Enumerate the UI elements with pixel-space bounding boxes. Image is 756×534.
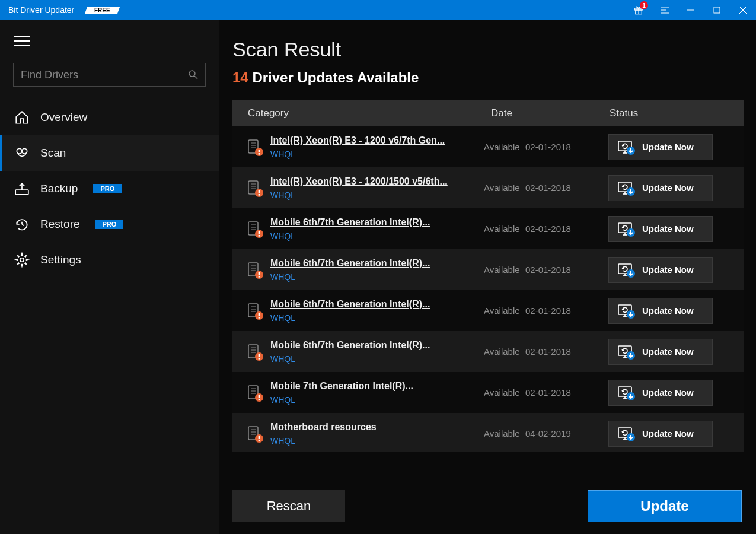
update-now-button[interactable]: Update Now xyxy=(608,175,713,201)
driver-name[interactable]: Intel(R) Xeon(R) E3 - 1200/1500 v5/6th..… xyxy=(270,176,460,187)
sidebar-item-settings[interactable]: Settings xyxy=(0,242,219,278)
available-label: Available xyxy=(484,387,525,398)
refresh-icon xyxy=(617,425,635,442)
available-label: Available xyxy=(484,142,525,152)
svg-rect-104 xyxy=(259,440,260,441)
driver-name[interactable]: Mobile 6th/7th Generation Intel(R)... xyxy=(270,299,460,310)
hamburger-icon[interactable] xyxy=(14,36,219,46)
column-category: Category xyxy=(248,107,491,119)
update-now-button[interactable]: Update Now xyxy=(608,421,713,447)
svg-rect-59 xyxy=(259,272,260,275)
sidebar-item-label: Settings xyxy=(40,253,81,266)
update-now-button[interactable]: Update Now xyxy=(608,339,713,365)
available-label: Available xyxy=(484,224,525,234)
svg-rect-48 xyxy=(259,231,260,234)
update-now-label: Update Now xyxy=(642,306,694,316)
sidebar-item-label: Overview xyxy=(40,111,87,124)
svg-rect-26 xyxy=(259,150,260,152)
svg-rect-81 xyxy=(259,354,260,357)
device-icon xyxy=(241,424,270,443)
whql-label: WHQL xyxy=(270,150,484,159)
menu-icon[interactable] xyxy=(652,0,678,20)
update-now-button[interactable]: Update Now xyxy=(608,380,713,406)
sidebar-item-label: Scan xyxy=(40,147,66,160)
svg-rect-71 xyxy=(259,317,260,319)
update-now-label: Update Now xyxy=(642,142,694,152)
pro-badge: PRO xyxy=(95,220,124,229)
driver-name[interactable]: Mobile 6th/7th Generation Intel(R)... xyxy=(270,258,460,269)
updates-label: Driver Updates Available xyxy=(252,69,419,85)
whql-label: WHQL xyxy=(270,272,484,282)
sidebar-item-scan[interactable]: Scan xyxy=(0,135,219,171)
updates-number: 14 xyxy=(232,69,248,85)
refresh-icon xyxy=(617,139,635,155)
update-now-button[interactable]: Update Now xyxy=(608,134,713,160)
close-icon[interactable] xyxy=(730,0,756,20)
update-now-label: Update Now xyxy=(642,224,694,234)
sidebar-item-backup[interactable]: Backup PRO xyxy=(0,171,219,206)
update-now-button[interactable]: Update Now xyxy=(608,216,713,242)
maximize-icon[interactable] xyxy=(704,0,730,20)
gear-icon xyxy=(14,252,30,268)
svg-point-15 xyxy=(17,148,22,154)
rescan-button[interactable]: Rescan xyxy=(232,490,345,522)
sidebar-item-overview[interactable]: Overview xyxy=(0,100,219,135)
svg-rect-49 xyxy=(259,235,260,237)
sidebar-item-label: Backup xyxy=(40,182,78,195)
refresh-icon xyxy=(617,262,635,278)
driver-name[interactable]: Mobile 6th/7th Generation Intel(R)... xyxy=(270,217,460,228)
backup-icon xyxy=(14,181,30,196)
table-header: Category Date Status xyxy=(232,100,744,126)
sidebar-item-restore[interactable]: Restore PRO xyxy=(0,206,219,242)
svg-point-20 xyxy=(20,258,24,262)
svg-point-13 xyxy=(189,71,195,77)
update-now-button[interactable]: Update Now xyxy=(608,298,713,324)
driver-date: 02-01-2018 xyxy=(525,224,608,234)
driver-date: 02-01-2018 xyxy=(525,387,608,398)
gift-badge-count: 1 xyxy=(640,1,648,9)
driver-name[interactable]: Intel(R) Xeon(R) E3 - 1200 v6/7th Gen... xyxy=(270,135,460,146)
search-input[interactable] xyxy=(21,69,189,81)
search-icon xyxy=(189,70,198,80)
update-now-button[interactable]: Update Now xyxy=(608,257,713,283)
device-icon xyxy=(241,179,270,198)
available-label: Available xyxy=(484,428,525,438)
table-row: Motherboard resources WHQL Available 04-… xyxy=(232,413,744,452)
table-row: Mobile 6th/7th Generation Intel(R)... WH… xyxy=(232,331,744,372)
device-icon xyxy=(241,301,270,320)
driver-date: 02-01-2018 xyxy=(525,265,608,275)
search-input-container[interactable] xyxy=(13,63,206,87)
device-icon xyxy=(241,220,270,239)
column-date: Date xyxy=(491,107,610,119)
driver-date: 04-02-2019 xyxy=(525,428,608,438)
svg-rect-82 xyxy=(259,358,260,360)
update-now-label: Update Now xyxy=(642,347,694,357)
available-label: Available xyxy=(484,183,525,193)
available-label: Available xyxy=(484,347,525,357)
svg-rect-70 xyxy=(259,313,260,316)
device-icon xyxy=(241,383,270,402)
home-icon xyxy=(14,110,30,125)
device-icon xyxy=(241,260,270,279)
update-now-label: Update Now xyxy=(642,265,694,275)
driver-list[interactable]: Intel(R) Xeon(R) E3 - 1200 v6/7th Gen...… xyxy=(232,126,744,452)
svg-rect-103 xyxy=(259,436,260,439)
driver-name[interactable]: Mobile 6th/7th Generation Intel(R)... xyxy=(270,340,460,351)
whql-label: WHQL xyxy=(270,395,484,405)
update-button[interactable]: Update xyxy=(588,490,742,522)
refresh-icon xyxy=(617,180,635,196)
page-title: Scan Result xyxy=(232,38,744,61)
table-row: Mobile 6th/7th Generation Intel(R)... WH… xyxy=(232,290,744,331)
minimize-icon[interactable] xyxy=(678,0,704,20)
whql-label: WHQL xyxy=(270,313,484,323)
gift-icon[interactable]: 1 xyxy=(626,0,652,20)
whql-label: WHQL xyxy=(270,190,484,200)
restore-icon xyxy=(14,217,30,232)
available-label: Available xyxy=(484,306,525,316)
driver-name[interactable]: Mobile 7th Generation Intel(R)... xyxy=(270,381,460,392)
svg-rect-7 xyxy=(714,7,720,13)
svg-rect-38 xyxy=(259,194,260,196)
updates-count: 14 Driver Updates Available xyxy=(232,69,744,86)
driver-name[interactable]: Motherboard resources xyxy=(270,422,460,433)
device-icon xyxy=(241,138,270,157)
